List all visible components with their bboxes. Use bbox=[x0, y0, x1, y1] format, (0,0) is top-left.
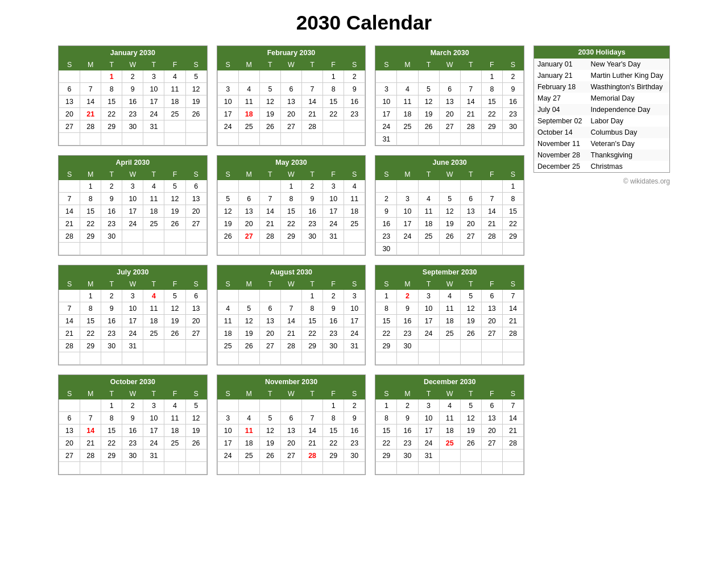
month-table-9: September 2030SMTWTFS1234567891011121314… bbox=[375, 265, 524, 365]
calendar-day: 6 bbox=[185, 180, 206, 193]
day-header: T bbox=[460, 279, 481, 290]
calendar-day: 3 bbox=[344, 290, 365, 302]
calendar-day: 7 bbox=[59, 302, 80, 315]
month-header: December 2030 bbox=[376, 376, 524, 389]
calendar-day bbox=[143, 462, 164, 474]
calendar-day bbox=[238, 70, 259, 83]
calendar-day: 15 bbox=[323, 424, 344, 437]
calendar-day: 4 bbox=[164, 70, 185, 83]
calendar-day bbox=[143, 243, 164, 255]
holiday-date: December 25 bbox=[534, 161, 588, 172]
calendar-day: 6 bbox=[238, 193, 259, 205]
calendar-day: 5 bbox=[164, 180, 185, 193]
day-header: M bbox=[80, 169, 101, 180]
calendar-day bbox=[101, 462, 122, 474]
calendar-day: 19 bbox=[217, 218, 238, 230]
day-header: W bbox=[439, 60, 460, 70]
calendar-day bbox=[143, 133, 164, 145]
calendar-day bbox=[418, 243, 439, 255]
holiday-date: January 01 bbox=[534, 59, 588, 70]
calendar-day: 31 bbox=[323, 230, 344, 243]
calendar-day: 2 bbox=[344, 399, 365, 412]
calendar-day: 3 bbox=[418, 290, 439, 302]
month-header: January 2030 bbox=[59, 47, 207, 60]
calendar-day bbox=[164, 133, 185, 145]
calendar-day bbox=[397, 243, 418, 255]
month-9: September 2030SMTWTFS1234567891011121314… bbox=[375, 265, 524, 365]
calendar-day bbox=[439, 133, 460, 145]
day-header: S bbox=[502, 389, 523, 399]
calendar-day: 21 bbox=[259, 218, 280, 230]
day-header: T bbox=[143, 279, 164, 290]
day-header: T bbox=[143, 60, 164, 70]
calendar-day: 13 bbox=[280, 95, 301, 108]
day-header: F bbox=[323, 169, 344, 180]
calendar-day: 14 bbox=[302, 95, 323, 108]
calendar-day bbox=[238, 180, 259, 193]
calendar-day bbox=[439, 70, 460, 83]
calendar-day: 24 bbox=[344, 327, 365, 340]
calendar-day: 29 bbox=[80, 340, 101, 352]
calendar-day: 5 bbox=[164, 290, 185, 302]
calendar-day: 15 bbox=[376, 315, 397, 327]
holiday-name: Christmas bbox=[588, 161, 669, 172]
month-header: May 2030 bbox=[217, 156, 365, 169]
calendar-day bbox=[323, 243, 344, 255]
calendar-day: 9 bbox=[502, 83, 523, 95]
calendar-day: 15 bbox=[323, 95, 344, 108]
month-table-8: August 2030SMTWTFS1234567891011121314151… bbox=[217, 265, 366, 365]
calendars-grid: January 2030SMTWTFS123456789101112131415… bbox=[58, 45, 524, 475]
day-header: M bbox=[80, 389, 101, 399]
calendar-day: 4 bbox=[217, 302, 238, 315]
day-header: T bbox=[259, 279, 280, 290]
calendar-day: 19 bbox=[238, 327, 259, 340]
holiday-name: Thanksgiving bbox=[588, 149, 669, 161]
calendar-day: 2 bbox=[344, 70, 365, 83]
calendar-day bbox=[101, 133, 122, 145]
calendar-day: 19 bbox=[418, 108, 439, 120]
calendar-day: 11 bbox=[217, 315, 238, 327]
calendar-day: 2 bbox=[122, 70, 143, 83]
calendar-day bbox=[397, 133, 418, 145]
day-header: T bbox=[101, 169, 122, 180]
calendar-day: 19 bbox=[460, 424, 481, 437]
calendar-day: 28 bbox=[59, 340, 80, 352]
day-header: W bbox=[122, 169, 143, 180]
calendar-day bbox=[323, 462, 344, 474]
calendar-day: 2 bbox=[302, 180, 323, 193]
day-header: M bbox=[397, 169, 418, 180]
calendar-day: 15 bbox=[101, 424, 122, 437]
calendar-day: 3 bbox=[122, 290, 143, 302]
calendar-day bbox=[122, 462, 143, 474]
calendar-day bbox=[302, 133, 323, 145]
calendar-day: 28 bbox=[80, 449, 101, 462]
calendar-day: 18 bbox=[238, 437, 259, 449]
day-header: M bbox=[238, 279, 259, 290]
calendar-day: 31 bbox=[376, 133, 397, 145]
calendar-day: 10 bbox=[217, 424, 238, 437]
holiday-name: Martin Luther King Day bbox=[588, 70, 669, 81]
calendar-day bbox=[397, 180, 418, 193]
calendar-day: 5 bbox=[259, 412, 280, 424]
calendar-day: 8 bbox=[302, 302, 323, 315]
calendar-day: 29 bbox=[376, 340, 397, 352]
calendar-day bbox=[481, 352, 502, 365]
calendar-day: 16 bbox=[122, 424, 143, 437]
month-table-7: July 2030SMTWTFS123456789101112131415161… bbox=[59, 265, 207, 365]
calendar-day: 5 bbox=[418, 83, 439, 95]
calendar-day bbox=[59, 133, 80, 145]
day-header: S bbox=[59, 279, 80, 290]
calendar-day: 20 bbox=[280, 108, 301, 120]
holiday-date: February 18 bbox=[534, 81, 588, 93]
calendar-day: 30 bbox=[122, 120, 143, 133]
calendar-day bbox=[344, 462, 365, 474]
calendar-day bbox=[460, 243, 481, 255]
calendar-day bbox=[460, 133, 481, 145]
calendar-day bbox=[439, 449, 460, 462]
calendar-day bbox=[122, 230, 143, 243]
day-header: F bbox=[164, 279, 185, 290]
month-header: October 2030 bbox=[59, 376, 207, 389]
calendar-day: 29 bbox=[502, 230, 523, 243]
calendar-day: 31 bbox=[143, 449, 164, 462]
calendar-day: 9 bbox=[101, 302, 122, 315]
